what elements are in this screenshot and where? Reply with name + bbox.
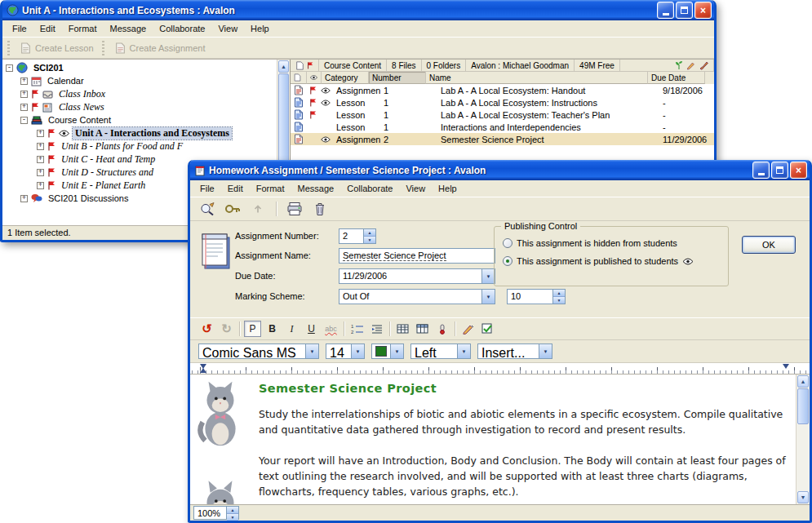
expand-icon[interactable]: + [37, 182, 44, 189]
key-icon[interactable] [224, 200, 242, 218]
chevron-down-icon[interactable]: ▼ [457, 344, 470, 358]
brush-icon[interactable] [699, 60, 708, 70]
list-row[interactable]: Lesson 1 Lab A - A Local Ecosystem: Teac… [291, 109, 714, 121]
menu-collaborate[interactable]: Collaborate [340, 182, 399, 196]
maximize-button[interactable] [771, 162, 788, 179]
close-button[interactable]: × [694, 2, 712, 19]
insert-columns-icon[interactable] [414, 321, 431, 337]
column-eye-icon[interactable] [307, 72, 322, 84]
font-color-select[interactable]: ▼ [371, 343, 404, 359]
font-size-select[interactable]: 14 ▼ [326, 343, 365, 359]
chevron-down-icon[interactable]: ▼ [539, 344, 552, 358]
collapse-icon[interactable]: - [20, 117, 28, 124]
scroll-up-icon[interactable]: ▲ [797, 375, 809, 388]
indent-icon[interactable] [368, 321, 385, 337]
undo-icon[interactable]: ↺ [198, 321, 215, 337]
underline-button[interactable]: U [303, 321, 320, 337]
menu-view[interactable]: View [399, 182, 432, 196]
numbered-list-icon[interactable]: 12 [348, 321, 366, 337]
marking-out-of-stepper[interactable]: 10 ▲▼ [507, 289, 566, 304]
ruler[interactable] [190, 362, 810, 375]
expand-icon[interactable]: + [37, 143, 44, 150]
history-arrow-icon[interactable] [249, 200, 267, 218]
maximize-button[interactable] [676, 2, 693, 19]
create-assignment-button[interactable]: Create Assignment [109, 42, 212, 54]
zoom-control[interactable]: 100% ▲▼ [193, 506, 239, 520]
chevron-down-icon[interactable]: ▼ [351, 344, 364, 358]
column-name[interactable]: Name [426, 72, 648, 84]
tree-item-class-inbox[interactable]: + Class Inbox [2, 87, 277, 100]
indent-marker[interactable] [200, 368, 206, 373]
document-scrollbar[interactable]: ▲ ▼ [796, 375, 810, 504]
redo-icon[interactable]: ↻ [218, 321, 235, 337]
document-editor[interactable]: Semester Science Project Study the inter… [190, 375, 810, 504]
chevron-down-icon[interactable]: ▼ [305, 344, 318, 358]
menu-format[interactable]: Format [250, 182, 291, 196]
expand-icon[interactable]: + [37, 169, 44, 176]
step-up-icon[interactable]: ▲ [364, 229, 375, 237]
spellcheck-icon[interactable]: abc [322, 321, 339, 337]
menu-edit[interactable]: Edit [221, 182, 250, 196]
list-row[interactable]: Lesson 1 Interactions and Interdependenc… [291, 121, 714, 133]
approve-check-icon[interactable] [479, 321, 496, 337]
step-up-icon[interactable]: ▲ [553, 290, 565, 297]
chevron-down-icon[interactable]: ▼ [390, 344, 403, 358]
column-number[interactable]: Number [369, 72, 426, 84]
alignment-select[interactable]: Left ▼ [410, 343, 471, 359]
expand-icon[interactable]: + [20, 104, 28, 111]
column-item-icon[interactable] [291, 72, 307, 84]
right-margin-marker[interactable] [783, 364, 789, 369]
font-name-select[interactable]: Comic Sans MS ▼ [198, 343, 319, 359]
menu-collaborate[interactable]: Collaborate [153, 22, 211, 36]
radio-on-icon[interactable] [503, 256, 512, 266]
minimize-button[interactable] [657, 2, 674, 19]
menu-file[interactable]: File [193, 182, 221, 196]
menu-edit[interactable]: Edit [33, 22, 62, 36]
tree-item-unit-a[interactable]: + Unit A - Interactions and Ecosystems [2, 126, 277, 140]
create-lesson-button[interactable]: Create Lesson [14, 42, 100, 54]
italic-button[interactable]: I [283, 321, 300, 337]
stepper-arrows[interactable]: ▲▼ [226, 507, 238, 519]
plant-icon[interactable] [674, 60, 684, 70]
insert-symbol-icon[interactable] [433, 321, 450, 337]
step-down-icon[interactable]: ▼ [364, 237, 375, 243]
pencil-icon[interactable] [686, 60, 696, 70]
menu-view[interactable]: View [211, 22, 244, 36]
column-due-date[interactable]: Due Date [648, 72, 705, 84]
trash-icon[interactable] [311, 200, 329, 218]
due-date-select[interactable]: 11/29/2006 ▼ [339, 268, 495, 284]
menu-format[interactable]: Format [62, 22, 104, 36]
scroll-down-icon[interactable]: ▼ [797, 491, 809, 503]
close-button[interactable]: × [790, 162, 807, 179]
menu-message[interactable]: Message [291, 182, 341, 196]
assignment-window-titlebar[interactable]: Homework Assignment / Semester Science P… [190, 160, 810, 180]
table-icon[interactable] [394, 321, 411, 337]
expand-icon[interactable]: + [20, 91, 28, 98]
scrollbar-thumb[interactable] [797, 388, 809, 424]
radio-hidden-option[interactable]: This assignment is hidden from students [503, 238, 677, 248]
step-down-icon[interactable]: ▼ [553, 297, 565, 304]
scroll-up-icon[interactable]: ▲ [278, 60, 289, 73]
expand-icon[interactable]: + [20, 78, 28, 85]
tree-item-sci201[interactable]: - SCI201 [2, 61, 277, 74]
step-up-icon[interactable]: ▲ [227, 507, 238, 514]
marking-scheme-select[interactable]: Out Of ▼ [339, 289, 495, 304]
menu-help[interactable]: Help [432, 182, 464, 196]
minimize-button[interactable] [752, 162, 770, 179]
list-row-selected[interactable]: Assignment 2 Semester Science Project 11… [291, 133, 714, 145]
ok-button[interactable]: OK [742, 236, 796, 254]
print-icon[interactable] [286, 200, 304, 218]
stepper-arrows[interactable]: ▲▼ [552, 290, 565, 304]
list-row[interactable]: Lesson 1 Lab A - A Local Ecosystem: Inst… [291, 96, 714, 109]
menu-message[interactable]: Message [104, 22, 153, 36]
insert-select[interactable]: Insert... ▼ [477, 343, 552, 359]
assignment-number-stepper[interactable]: 2 ▲▼ [339, 228, 376, 244]
menu-help[interactable]: Help [244, 22, 276, 36]
bold-button[interactable]: B [264, 321, 281, 337]
expand-icon[interactable]: + [37, 130, 44, 137]
collapse-icon[interactable]: - [6, 64, 13, 72]
step-down-icon[interactable]: ▼ [227, 514, 238, 521]
tree-item-course-content[interactable]: - Course Content [2, 113, 277, 126]
menu-file[interactable]: File [6, 22, 33, 36]
course-window-titlebar[interactable]: Unit A - Interactions and Ecosystems : A… [2, 0, 714, 20]
